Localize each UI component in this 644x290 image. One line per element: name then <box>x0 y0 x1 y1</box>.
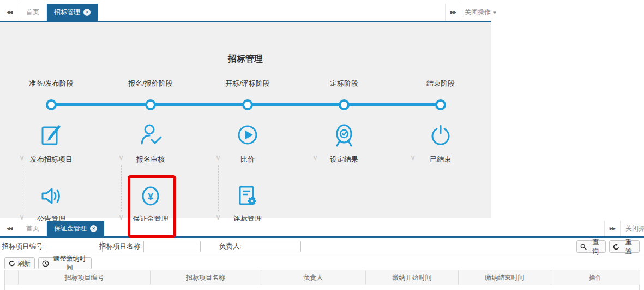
evaluation-doc-gear-icon[interactable] <box>236 184 260 210</box>
close-operations-label: 关闭操作 <box>625 224 644 233</box>
scroll-left-icon[interactable]: ◀◀ <box>0 221 19 236</box>
search-form: 招标项目编号: 招标项目名称: 负责人: 查 询 重 置 <box>0 238 644 255</box>
grid-header-pay-start: 缴纳开始时间 <box>366 270 459 285</box>
tab-deposit-label: 保证金管理 <box>54 224 87 233</box>
refresh-button[interactable]: 刷新 <box>4 257 35 269</box>
tab-bidding-label: 招标管理 <box>54 8 80 17</box>
dashed-connector <box>22 165 22 211</box>
close-tab-icon[interactable]: ✕ <box>83 9 91 16</box>
stage-label-prepare: 准备/发布阶段 <box>13 79 89 88</box>
bidding-process-panel: 招标管理 准备/发布阶段 报名/报价阶段 开标/评标阶段 定标阶段 结束阶段 <box>0 22 491 218</box>
tab-home-top[interactable]: 首页 <box>19 4 47 21</box>
scroll-left-icon[interactable]: ◀◀ <box>0 4 19 21</box>
grid-header-row: 招标项目编号 招标项目名称 负责人 缴纳开始时间 缴纳结束时间 操作 <box>4 270 640 285</box>
stage-label-open: 开标/评标阶段 <box>209 79 286 88</box>
grid-header-select <box>5 270 19 285</box>
scroll-right-icon[interactable]: ▶▶ <box>604 221 621 236</box>
scroll-right-glyph: ▶▶ <box>610 226 615 231</box>
clock-icon <box>42 260 49 267</box>
power-icon[interactable] <box>428 122 453 150</box>
tabbar-bottom: ◀◀ 首页 保证金管理 ✕ ▶▶ 关闭操作 ▾ <box>0 221 644 236</box>
refresh-icon <box>9 260 15 267</box>
edit-document-icon[interactable] <box>39 122 64 150</box>
dashed-connector <box>121 165 122 211</box>
result-badge-icon[interactable] <box>332 122 357 150</box>
stage-label-award: 定标阶段 <box>306 79 382 88</box>
grid-header-person: 负责人 <box>261 270 366 285</box>
tab-home-label: 首页 <box>26 8 39 17</box>
project-code-label: 招标项目编号: <box>1 242 45 251</box>
search-button[interactable]: 查 询 <box>576 240 606 253</box>
timeline-dot-3 <box>242 99 253 110</box>
project-name-input[interactable] <box>143 241 201 252</box>
refresh-button-label: 刷新 <box>17 259 31 268</box>
scroll-left-glyph: ◀◀ <box>7 226 12 231</box>
scroll-right-icon[interactable]: ▶▶ <box>445 4 461 21</box>
project-name-label: 招标项目名称: <box>99 242 142 251</box>
announcement-speaker-icon[interactable] <box>39 184 63 210</box>
person-in-charge-label: 负责人: <box>197 242 242 251</box>
close-operations-menu-bottom[interactable]: 关闭操作 ▾ <box>625 221 644 236</box>
stage-label-finish: 结束阶段 <box>402 79 479 88</box>
tab-home-bottom[interactable]: 首页 <box>19 221 47 236</box>
timeline-dot-2 <box>145 99 156 110</box>
red-highlight-box <box>128 175 176 238</box>
flow-item-registration-review-label[interactable]: 报名审核 <box>112 155 189 164</box>
grid-header-actions: 操作 <box>551 270 640 285</box>
flow-item-set-result-label[interactable]: 设定结果 <box>306 155 382 164</box>
grid-header-pay-end: 缴纳结束时间 <box>459 270 551 285</box>
reset-button[interactable]: 重 置 <box>609 240 640 253</box>
tab-home-label: 首页 <box>26 224 39 233</box>
close-operations-menu-top[interactable]: 关闭操作 ▾ <box>465 4 496 21</box>
tab-deposit-management[interactable]: 保证金管理 ✕ <box>47 221 104 236</box>
flow-item-ended-label[interactable]: 已结束 <box>402 155 479 164</box>
grid-toolbar: 刷新 调整缴纳时间 <box>0 255 644 270</box>
timeline-dot-1 <box>46 99 57 110</box>
tabbar-top: ◀◀ 首页 招标管理 ✕ ▶▶ 关闭操作 ▾ <box>0 4 491 21</box>
grid-body-empty <box>4 285 640 290</box>
scroll-left-glyph: ◀◀ <box>7 10 12 15</box>
reset-button-label: 重 置 <box>622 238 636 256</box>
person-in-charge-input[interactable] <box>244 241 301 252</box>
flow-item-publish-project-label[interactable]: 发布招标项目 <box>13 155 89 164</box>
search-icon <box>580 244 587 250</box>
grid-header-project-name: 招标项目名称 <box>151 270 261 285</box>
play-circle-icon[interactable] <box>235 122 260 150</box>
page-title: 招标管理 <box>0 54 491 65</box>
chevron-down-icon: ▾ <box>493 10 496 15</box>
reset-refresh-icon <box>613 244 619 250</box>
stage-label-register: 报名/报价阶段 <box>112 79 189 88</box>
timeline-dot-5 <box>435 99 446 110</box>
timeline-dot-4 <box>339 99 350 110</box>
close-operations-label: 关闭操作 <box>465 8 491 17</box>
scroll-right-glyph: ▶▶ <box>450 10 456 15</box>
user-check-icon[interactable] <box>138 122 163 150</box>
tab-bidding-management[interactable]: 招标管理 ✕ <box>47 4 98 21</box>
search-button-label: 查 询 <box>589 238 602 256</box>
close-tab-icon[interactable]: ✕ <box>90 225 97 232</box>
dashed-connector <box>218 165 219 211</box>
app-window: ◀◀ 首页 招标管理 ✕ ▶▶ 关闭操作 ▾ 招标管理 准备/发布阶段 报名/报… <box>0 0 644 290</box>
grid-header-project-code: 招标项目编号 <box>19 270 151 285</box>
project-code-input[interactable] <box>46 241 103 252</box>
flow-item-price-compare-label[interactable]: 比价 <box>209 155 286 164</box>
adjust-payment-time-button[interactable]: 调整缴纳时间 <box>38 257 92 269</box>
